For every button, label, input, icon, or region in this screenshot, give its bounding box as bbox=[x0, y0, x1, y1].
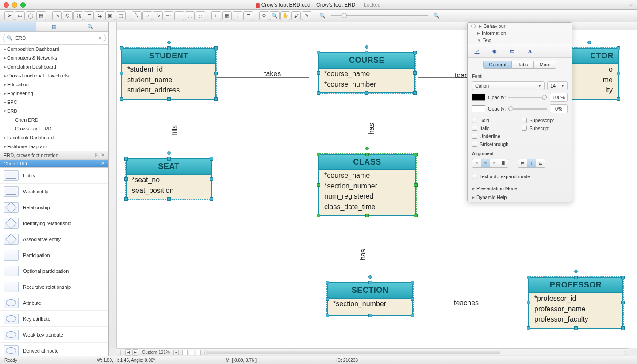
align-right-icon[interactable]: ≡ bbox=[490, 159, 499, 167]
shape-derived-attribute[interactable]: Derived attribute bbox=[0, 343, 108, 356]
tree-tool-icon[interactable]: ⌬ bbox=[63, 11, 73, 20]
align-center-icon[interactable]: ≡ bbox=[481, 159, 490, 167]
inspector-panel[interactable]: ▶Behaviour ▶Information ▼Text ⟋ ◉ ▭ A Ge… bbox=[467, 22, 572, 202]
snap-tool-icon[interactable]: ⌗ bbox=[211, 11, 221, 20]
text-color-swatch[interactable] bbox=[472, 94, 485, 101]
connector-tool-icon[interactable]: ↘ bbox=[52, 11, 62, 20]
underline-checkbox[interactable]: Underline bbox=[472, 134, 508, 139]
smart-tool-icon[interactable]: ⎌ bbox=[196, 11, 205, 20]
close-icon[interactable] bbox=[4, 2, 9, 8]
shape-weak-key-attribute[interactable]: Weak key attribute bbox=[0, 327, 108, 343]
text-opacity-value[interactable]: 100% bbox=[550, 93, 568, 102]
font-style-icon[interactable]: A bbox=[525, 47, 535, 55]
library-tab-search-icon[interactable]: 🔍 bbox=[72, 22, 108, 31]
horizontal-scroll-bar[interactable]: ‖ ◀ ▶ Custom 121% ▼ bbox=[117, 348, 629, 356]
rotate-handle-icon[interactable] bbox=[365, 45, 368, 49]
connector-fills[interactable] bbox=[167, 110, 167, 158]
tree-item[interactable]: Cross-Functional Flowcharts bbox=[0, 71, 108, 80]
ungroup-tool-icon[interactable]: ▢ bbox=[116, 11, 126, 20]
zoom-in-icon[interactable]: 🔍 bbox=[270, 11, 280, 20]
route-tool-icon[interactable]: ⎍ bbox=[185, 11, 195, 20]
page-next-icon[interactable]: ▶ bbox=[132, 349, 138, 356]
inspector-section-text[interactable]: ▼Text bbox=[468, 37, 572, 44]
valign-bottom-icon[interactable]: ⬓ bbox=[536, 159, 545, 167]
library-tab-grid-icon[interactable]: ▦ bbox=[36, 22, 73, 31]
zoom-readout[interactable]: Custom 121% bbox=[142, 350, 170, 355]
rotate-handle-icon[interactable] bbox=[365, 147, 369, 150]
pin-icon[interactable]: ⎘ bbox=[95, 152, 98, 158]
zoom-fit-icon[interactable]: 🔍 bbox=[432, 11, 441, 20]
close-section-icon[interactable]: ✕ bbox=[101, 161, 105, 166]
chain-tool-icon[interactable]: ⛓ bbox=[73, 11, 83, 20]
tree-item[interactable]: Correlation Dashboard bbox=[0, 62, 108, 71]
ellipse-tool-icon[interactable]: ◯ bbox=[26, 11, 35, 20]
library-tab-tree-icon[interactable]: ☷ bbox=[0, 22, 36, 31]
font-size-select[interactable]: 14▼ bbox=[547, 81, 568, 90]
valign-top-icon[interactable]: ⬒ bbox=[518, 159, 527, 167]
shadow-style-icon[interactable]: ◉ bbox=[490, 47, 499, 55]
close-section-icon[interactable]: ✕ bbox=[101, 152, 105, 158]
italic-checkbox[interactable]: Italic bbox=[472, 126, 508, 131]
shape-weak-entity[interactable]: Weak entity bbox=[0, 184, 108, 199]
entity-student[interactable]: STUDENT *student_id student_name student… bbox=[121, 48, 216, 100]
text-tool-icon[interactable]: ▤ bbox=[36, 11, 46, 20]
tree-item[interactable]: Composition Dashboard bbox=[0, 45, 108, 54]
guides-tool-icon[interactable]: ┊ bbox=[233, 11, 242, 20]
template-tree[interactable]: Composition Dashboard Computers & Networ… bbox=[0, 45, 108, 356]
tree-item[interactable]: Engineering bbox=[0, 89, 108, 98]
bold-checkbox[interactable]: Bold bbox=[472, 118, 508, 123]
shape-identifying-relationship[interactable]: Identifying relationship bbox=[0, 215, 108, 231]
strikethrough-checkbox[interactable]: Strikethrough bbox=[472, 142, 508, 147]
tree-item-chen-erd[interactable]: Chen ERD bbox=[0, 115, 108, 124]
page-prev-icon[interactable]: ◀ bbox=[125, 349, 131, 356]
shape-associative-entity[interactable]: Associative entity bbox=[0, 231, 108, 247]
rect-tool-icon[interactable]: ▭ bbox=[15, 11, 25, 20]
rotate-handle-icon[interactable] bbox=[587, 41, 591, 44]
inspector-section-behaviour[interactable]: ▶Behaviour bbox=[468, 23, 572, 30]
shape-recursive-relationship[interactable]: Recursive relationship bbox=[0, 279, 108, 295]
page-thumbnails[interactable] bbox=[182, 350, 201, 355]
inspector-section-information[interactable]: ▶Information bbox=[468, 30, 572, 37]
inspector-section-presentation[interactable]: ▶Presentation Mode bbox=[468, 184, 572, 193]
shape-key-attribute[interactable]: Key attribute bbox=[0, 311, 108, 327]
line-tool-icon[interactable]: ╲ bbox=[132, 11, 142, 20]
bg-color-swatch[interactable] bbox=[472, 105, 485, 112]
font-family-select[interactable]: Calibri▼ bbox=[472, 81, 545, 90]
entity-section[interactable]: SECTION *section_number bbox=[327, 282, 413, 316]
rotate-handle-icon[interactable] bbox=[368, 275, 372, 279]
entity-seat[interactable]: SEAT *seat_no seat_position bbox=[126, 158, 212, 199]
clear-search-icon[interactable]: ✕ bbox=[98, 35, 102, 41]
rotate-handle-icon[interactable] bbox=[574, 270, 578, 273]
shape-attribute[interactable]: Attribute bbox=[0, 295, 108, 311]
fill-style-icon[interactable]: ▭ bbox=[507, 47, 517, 55]
library-section-active[interactable]: Chen ERD ✕ bbox=[0, 159, 108, 168]
shape-participation[interactable]: Participation bbox=[0, 247, 108, 263]
library-section-header[interactable]: ERD, crow's foot notation ⎘✕ bbox=[0, 151, 108, 159]
eyedropper-icon[interactable]: ✎ bbox=[302, 11, 311, 20]
bg-opacity-slider[interactable] bbox=[508, 108, 547, 110]
hand-tool-icon[interactable]: ✋ bbox=[280, 11, 290, 20]
fullscreen-icon[interactable]: ⤢ bbox=[630, 2, 633, 7]
layers-tool-icon[interactable]: ≣ bbox=[243, 11, 253, 20]
tree-item[interactable]: EPC bbox=[0, 98, 108, 107]
refresh-icon[interactable]: ⟳ bbox=[259, 11, 269, 20]
tree-item-crows-foot-erd[interactable]: Crows Foot ERD bbox=[0, 124, 108, 133]
tab-general[interactable]: General bbox=[483, 61, 512, 69]
text-auto-expand-checkbox[interactable]: Text auto expand mode bbox=[472, 174, 568, 179]
spline-tool-icon[interactable]: 〰 bbox=[164, 11, 173, 20]
shape-optional-participation[interactable]: Optional participation bbox=[0, 263, 108, 279]
distribute-tool-icon[interactable]: ⇆ bbox=[95, 11, 104, 20]
orth-tool-icon[interactable]: ⌐ bbox=[174, 11, 184, 20]
align-left-icon[interactable]: ≡ bbox=[472, 159, 481, 167]
shape-entity[interactable]: Entity bbox=[0, 168, 108, 184]
rotate-handle-icon[interactable] bbox=[167, 151, 171, 155]
subscript-checkbox[interactable]: Subscript bbox=[522, 126, 554, 131]
tree-item[interactable]: Fishbone Diagram bbox=[0, 142, 108, 151]
minimize-icon[interactable] bbox=[12, 2, 17, 8]
connector-teaches[interactable] bbox=[413, 309, 528, 309]
arc-tool-icon[interactable]: ⟋ bbox=[142, 11, 152, 20]
inspector-section-help[interactable]: ▶Dynamic Help bbox=[468, 193, 572, 202]
text-opacity-slider[interactable] bbox=[508, 97, 547, 98]
underline-style-icon[interactable]: ⟋ bbox=[472, 47, 482, 55]
zoom-dropdown-icon[interactable]: ▼ bbox=[173, 350, 179, 355]
